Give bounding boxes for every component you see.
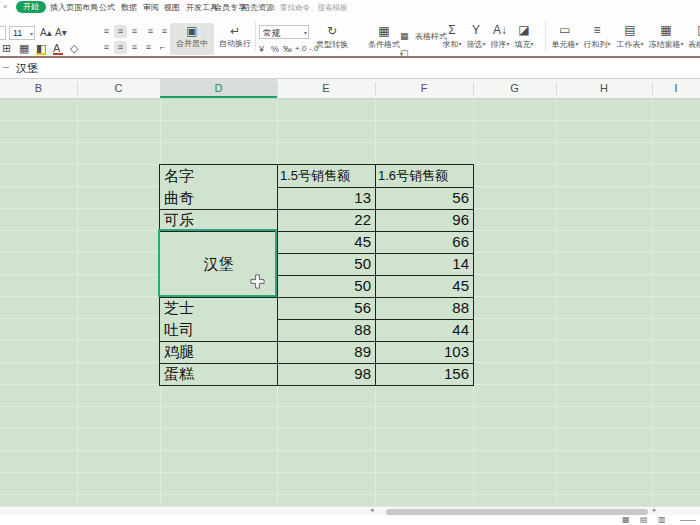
table-cell[interactable]: 蛋糕: [160, 363, 277, 385]
orientation-button[interactable]: ⌐: [156, 41, 169, 54]
zoom-slider[interactable]: [680, 520, 696, 521]
freeze-panes-button[interactable]: ▦ 冻结窗格▾: [646, 22, 686, 55]
table-cell[interactable]: 96: [375, 209, 473, 231]
table-cell[interactable]: 可乐: [160, 209, 277, 231]
table-cell[interactable]: 45: [277, 231, 375, 253]
font-name-box[interactable]: [0, 26, 6, 40]
column-divider[interactable]: [77, 82, 78, 95]
column-header-b[interactable]: B: [0, 79, 77, 98]
toolbar-separator: [545, 21, 546, 51]
column-divider[interactable]: [277, 82, 278, 95]
align-center-button[interactable]: ≡: [114, 41, 127, 54]
align-bottom-button[interactable]: ≡: [128, 25, 141, 38]
tab-formulas[interactable]: 公式: [99, 0, 115, 15]
tab-home[interactable]: 开始: [16, 1, 46, 13]
worksheet-button[interactable]: ▤ 工作表▾: [613, 22, 647, 55]
increase-decimal-button[interactable]: +.0: [295, 44, 306, 53]
quick-access-icon[interactable]: ≡: [3, 3, 7, 10]
comma-style-button[interactable]: ‰: [283, 44, 292, 54]
eraser-button[interactable]: ◇: [70, 42, 78, 55]
table-cell[interactable]: 50: [277, 275, 375, 297]
table-cell[interactable]: 45: [375, 275, 473, 297]
decrease-indent-button[interactable]: ≡: [144, 25, 157, 38]
borders-button[interactable]: ⊞: [2, 42, 11, 55]
table-header-cell[interactable]: 1.5号销售额: [279, 165, 376, 187]
merge-center-button[interactable]: ▣ 合并居中: [170, 23, 214, 55]
column-header-d-selected[interactable]: D: [160, 79, 277, 98]
table-border: [160, 363, 473, 364]
scroll-left-icon[interactable]: ◂: [370, 506, 374, 514]
type-convert-button[interactable]: ↻ 类型转换: [312, 23, 352, 55]
align-left-button[interactable]: ≡: [100, 41, 113, 54]
table-cell[interactable]: 吐司: [160, 319, 277, 341]
table-cell[interactable]: 22: [277, 209, 375, 231]
sort-label: 排序: [490, 40, 506, 49]
column-divider[interactable]: [160, 82, 161, 95]
tab-review[interactable]: 审阅: [143, 0, 159, 15]
table-border: [160, 297, 473, 298]
command-search-input[interactable]: 查找命令、搜索模板: [280, 0, 348, 15]
align-middle-button[interactable]: ≡: [114, 25, 127, 38]
table-cell[interactable]: 103: [375, 341, 473, 363]
percent-button[interactable]: %: [271, 44, 279, 54]
grow-font-button[interactable]: A▴: [40, 26, 52, 39]
table-cell[interactable]: 89: [277, 341, 375, 363]
tab-insert[interactable]: 插入: [50, 0, 66, 15]
scroll-right-icon[interactable]: ▸: [653, 506, 657, 514]
table-cell[interactable]: 芝士: [160, 297, 277, 319]
table-header-cell[interactable]: 名字: [160, 165, 277, 187]
horizontal-scrollbar[interactable]: ◂ ▸: [0, 506, 700, 515]
table-cell[interactable]: 鸡腿: [160, 341, 277, 363]
table-cell[interactable]: 88: [277, 319, 375, 341]
normal-view-icon[interactable]: ▦: [622, 515, 630, 524]
table-header-cell[interactable]: 1.6号销售额: [377, 165, 474, 187]
align-right-button[interactable]: ≡: [128, 41, 141, 54]
justify-button[interactable]: ≡: [142, 41, 155, 54]
column-header-g[interactable]: G: [473, 79, 556, 98]
currency-button[interactable]: ¥: [259, 44, 264, 54]
table-cell[interactable]: 88: [375, 297, 473, 319]
type-convert-icon: ↻: [312, 23, 352, 39]
tab-data[interactable]: 数据: [121, 0, 137, 15]
table-cell[interactable]: 44: [375, 319, 473, 341]
merge-center-icon: ▣: [170, 23, 214, 38]
column-header-i[interactable]: I: [652, 79, 700, 98]
table-cell[interactable]: 14: [375, 253, 473, 275]
column-divider[interactable]: [473, 82, 474, 95]
table-cell[interactable]: 50: [277, 253, 375, 275]
rows-cols-button[interactable]: ≡ 行和列▾: [580, 22, 614, 55]
table-tools-button[interactable]: ▥ 表格工具: [688, 22, 700, 55]
cells-button[interactable]: ▭ 单元格▾: [548, 22, 582, 55]
table-cell[interactable]: 56: [375, 187, 473, 209]
tab-page-layout[interactable]: 页面布局: [66, 0, 98, 15]
font-size-box[interactable]: 11 ▾: [9, 26, 35, 40]
column-divider[interactable]: [556, 82, 557, 95]
tab-view[interactable]: 视图: [164, 0, 180, 15]
page-layout-view-icon[interactable]: ▤: [640, 515, 648, 524]
spreadsheet-app: ≡ 开始 插入 页面布局 公式 数据 审阅 视图 开发工具 会员专享 稻壳资源 …: [0, 0, 700, 525]
fill-button[interactable]: ◪ 填充▾: [507, 22, 541, 55]
scrollbar-thumb[interactable]: [386, 509, 648, 515]
shading-button[interactable]: ▦: [19, 42, 29, 55]
formula-bar[interactable]: 汉堡: [0, 58, 700, 79]
column-header-e[interactable]: E: [277, 79, 375, 98]
column-divider[interactable]: [652, 82, 653, 95]
table-cell[interactable]: 98: [277, 363, 375, 385]
column-divider[interactable]: [375, 82, 376, 95]
table-cell[interactable]: 曲奇: [160, 187, 277, 209]
wrap-text-button[interactable]: ↵ 自动换行: [218, 23, 252, 55]
table-cell[interactable]: 156: [375, 363, 473, 385]
table-cell[interactable]: 66: [375, 231, 473, 253]
column-header-c[interactable]: C: [77, 79, 160, 98]
search-icon: ○: [272, 0, 277, 15]
column-headers: B C D E F G H I: [0, 79, 700, 99]
table-cell[interactable]: 56: [277, 297, 375, 319]
align-top-button[interactable]: ≡: [100, 25, 113, 38]
tab-templates[interactable]: 稻壳资源: [242, 0, 274, 15]
column-header-h[interactable]: H: [556, 79, 652, 98]
table-cell[interactable]: 13: [277, 187, 375, 209]
page-break-view-icon[interactable]: ▥: [658, 515, 666, 524]
number-format-box[interactable]: 常规 ▾: [259, 25, 309, 39]
shrink-font-button[interactable]: A▾: [55, 26, 67, 39]
column-header-f[interactable]: F: [375, 79, 473, 98]
